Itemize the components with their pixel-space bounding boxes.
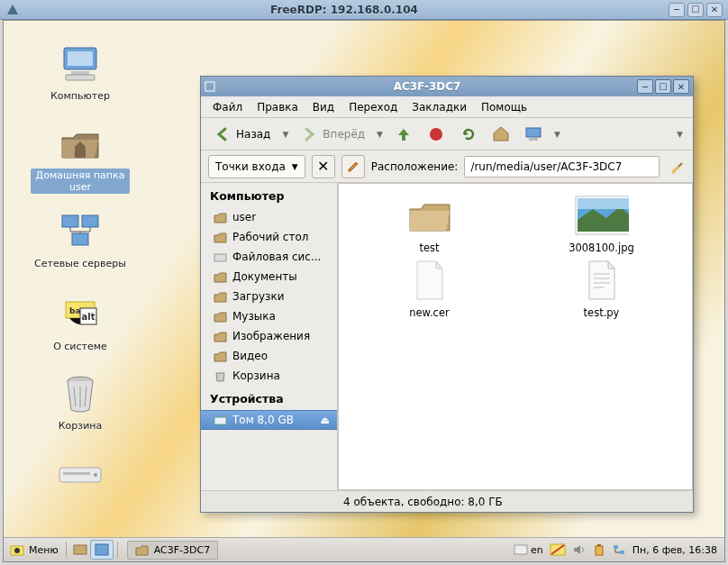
desktop-icon-home[interactable]: Домашняя папка user xyxy=(31,122,130,194)
chevron-down-icon: ▼ xyxy=(292,162,298,171)
sidebar-item-label: Корзина xyxy=(232,369,280,382)
sidebar-item-documents[interactable]: Документы xyxy=(201,267,337,287)
window-menu-icon[interactable] xyxy=(205,81,219,92)
desktop-wallpaper[interactable]: Компьютер Домашняя папка user Сетевые се… xyxy=(4,21,724,561)
sidebar-item-label: user xyxy=(232,211,256,223)
menu-help[interactable]: Помощь xyxy=(475,98,533,116)
desktop-icon-drive[interactable] xyxy=(31,453,130,500)
window-minimize-button[interactable]: ─ xyxy=(637,79,653,94)
close-sidebar-button[interactable]: ✕ xyxy=(312,155,335,178)
window-titlebar[interactable]: AC3F-3DC7 ─ ☐ ✕ xyxy=(201,77,693,96)
sidebar-item-desktop[interactable]: Рабочий стол xyxy=(201,227,337,247)
remote-desktop: Компьютер Домашняя папка user Сетевые се… xyxy=(3,20,725,562)
home-icon xyxy=(492,125,510,143)
stop-button[interactable] xyxy=(422,123,450,146)
forward-dropdown[interactable]: ▼ xyxy=(374,130,386,139)
forward-button[interactable]: Вперёд xyxy=(295,123,370,146)
display-indicator[interactable] xyxy=(550,543,566,556)
up-button[interactable] xyxy=(389,123,418,146)
svg-point-20 xyxy=(430,128,442,141)
sidebar-item-videos[interactable]: Видео xyxy=(201,346,337,366)
folder-icon xyxy=(214,232,227,243)
file-icon xyxy=(403,260,457,301)
back-button[interactable]: Назад xyxy=(208,123,276,146)
svg-rect-42 xyxy=(614,545,618,549)
sidebar-item-trash[interactable]: Корзина xyxy=(201,366,337,386)
drive-icon xyxy=(57,453,104,497)
stop-icon xyxy=(427,125,445,143)
computer-button[interactable] xyxy=(519,123,548,146)
svg-rect-41 xyxy=(597,544,601,546)
file-item-cer[interactable]: new.cer xyxy=(357,260,502,319)
clock[interactable]: Пн, 6 фев, 16:38 xyxy=(632,544,717,556)
drive-icon xyxy=(214,251,227,263)
up-icon xyxy=(395,125,413,143)
window-close-button[interactable]: ✕ xyxy=(673,79,689,94)
file-item-py[interactable]: test.py xyxy=(529,260,674,319)
svg-rect-7 xyxy=(72,233,88,245)
forward-label: Вперёд xyxy=(323,128,365,141)
file-item-folder[interactable]: test xyxy=(357,195,502,254)
svg-rect-2 xyxy=(68,51,93,66)
menu-go[interactable]: Переход xyxy=(342,98,404,116)
sidebar-item-downloads[interactable]: Загрузки xyxy=(201,287,337,306)
desktop-icon-trash[interactable]: Корзина xyxy=(31,372,130,433)
file-view[interactable]: test 3008100.jpg new.cer test.py xyxy=(338,183,693,490)
menu-bookmarks[interactable]: Закладки xyxy=(405,98,473,116)
toolbar-overflow[interactable]: ▼ xyxy=(674,130,686,139)
battery-indicator[interactable] xyxy=(593,543,605,556)
sidebar-item-label: Том 8,0 GB xyxy=(232,414,294,426)
taskbar-window-button[interactable]: AC3F-3DC7 xyxy=(127,541,218,560)
rdp-minimize-button[interactable]: ─ xyxy=(669,3,685,17)
sidebar-item-filesystem[interactable]: Файловая сис... xyxy=(201,247,337,267)
window-maximize-button[interactable]: ☐ xyxy=(655,79,671,94)
svg-rect-43 xyxy=(620,551,624,554)
svg-rect-5 xyxy=(62,215,78,227)
start-menu-icon[interactable] xyxy=(9,542,25,558)
menu-view[interactable]: Вид xyxy=(306,98,341,116)
home-button[interactable] xyxy=(487,123,515,146)
network-indicator[interactable] xyxy=(612,543,626,556)
desktop-icon-about[interactable]: basealt О системе xyxy=(31,293,130,353)
reload-button[interactable] xyxy=(454,123,483,146)
rdp-app-icon xyxy=(5,3,20,17)
start-menu-label[interactable]: Меню xyxy=(25,544,62,556)
svg-rect-17 xyxy=(63,472,90,475)
file-name: test xyxy=(357,241,502,254)
sidebar-item-volume[interactable]: Том 8,0 GB ⏏ xyxy=(201,410,337,430)
sidebar-item-pictures[interactable]: Изображения xyxy=(201,326,337,346)
computer-dropdown[interactable]: ▼ xyxy=(551,130,563,139)
back-label: Назад xyxy=(236,128,270,141)
svg-rect-35 xyxy=(74,545,86,554)
text-file-icon xyxy=(575,260,629,301)
file-name: test.py xyxy=(529,306,674,319)
file-item-image[interactable]: 3008100.jpg xyxy=(529,195,674,254)
folder-icon xyxy=(135,544,149,556)
svg-rect-28 xyxy=(578,198,629,209)
keyboard-indicator[interactable]: en xyxy=(514,544,543,556)
menu-file[interactable]: Файл xyxy=(206,98,249,116)
eject-icon[interactable]: ⏏ xyxy=(321,415,330,426)
clear-location-button[interactable] xyxy=(666,157,686,177)
edit-path-button[interactable] xyxy=(341,155,365,178)
about-icon: basealt xyxy=(57,293,104,336)
desktop-icon-network[interactable]: Сетевые серверы xyxy=(31,210,130,270)
computer-icon xyxy=(57,42,104,86)
sidebar-item-user[interactable]: user xyxy=(201,207,337,227)
volume-indicator[interactable] xyxy=(572,543,587,556)
file-manager-launcher[interactable] xyxy=(90,540,114,560)
rdp-titlebar: FreeRDP: 192.168.0.104 ─ ☐ ✕ xyxy=(0,0,728,20)
location-input[interactable] xyxy=(464,156,660,178)
sidebar-item-label: Изображения xyxy=(232,330,310,342)
entry-points-combo[interactable]: Точки входа ▼ xyxy=(208,155,305,178)
sidebar-item-music[interactable]: Музыка xyxy=(201,306,337,326)
system-tray: en Пн, 6 фев, 16:38 xyxy=(514,543,724,556)
menu-edit[interactable]: Правка xyxy=(250,98,305,116)
show-desktop-button[interactable] xyxy=(70,541,90,559)
rdp-close-button[interactable]: ✕ xyxy=(706,3,723,17)
rdp-maximize-button[interactable]: ☐ xyxy=(687,3,704,17)
back-dropdown[interactable]: ▼ xyxy=(279,130,291,139)
desktop-icon-computer[interactable]: Компьютер xyxy=(31,42,130,103)
folder-icon xyxy=(214,331,227,342)
svg-line-23 xyxy=(678,163,682,167)
